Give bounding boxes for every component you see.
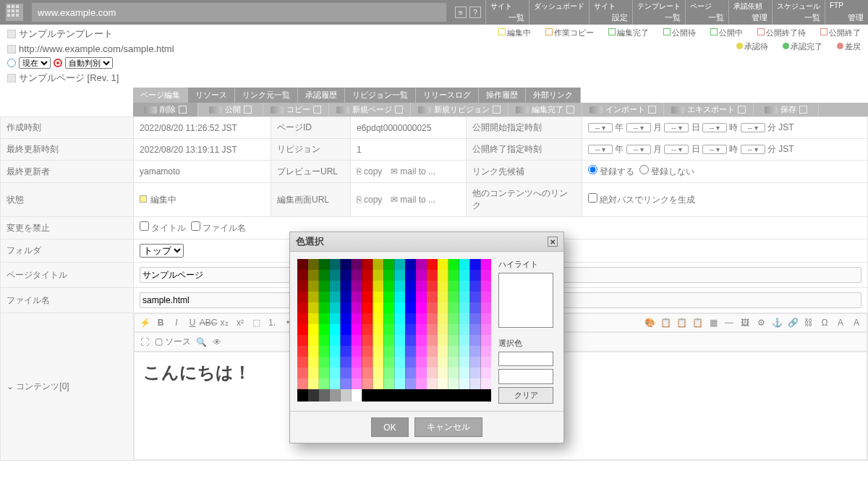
- page-url[interactable]: http://www.example.com/sample.html: [19, 43, 174, 54]
- contents-label[interactable]: ⌄ コンテンツ[0]: [1, 313, 134, 461]
- svg-rect-106: [362, 313, 373, 324]
- subscript-icon[interactable]: x₂: [218, 317, 230, 328]
- mailto-button[interactable]: ✉mail to ...: [391, 166, 435, 177]
- bold-icon[interactable]: B: [155, 317, 166, 328]
- svg-rect-194: [341, 368, 352, 378]
- action-コピー[interactable]: コピー: [263, 103, 329, 116]
- ok-button[interactable]: OK: [371, 417, 408, 437]
- link-icon[interactable]: 🔗: [787, 317, 799, 328]
- expand-icon[interactable]: ⛶: [139, 336, 150, 348]
- action-新規ページ[interactable]: 新規ページ: [329, 103, 411, 116]
- underline-icon[interactable]: U: [187, 317, 198, 328]
- top-tab-7[interactable]: FTP管理: [825, 0, 868, 25]
- paste-word-icon[interactable]: 📋: [692, 317, 703, 328]
- tab-2[interactable]: リンク元一覧: [235, 88, 298, 103]
- top-tab-1[interactable]: ダッシュボード: [529, 0, 589, 25]
- help-icon[interactable]: ?: [469, 7, 481, 18]
- svg-rect-116: [470, 313, 481, 324]
- top-tab-2[interactable]: サイト設定: [589, 0, 632, 25]
- image-icon[interactable]: 🖼: [739, 317, 751, 328]
- action-編集完了[interactable]: 編集完了: [509, 103, 582, 116]
- folder-select[interactable]: トップ: [140, 244, 184, 258]
- top-tab-6[interactable]: スケジュール一覧: [772, 0, 825, 25]
- svg-rect-201: [416, 368, 427, 378]
- action-保存[interactable]: 保存: [754, 103, 819, 116]
- symbol-icon[interactable]: Ω: [819, 317, 830, 328]
- svg-rect-99: [481, 302, 492, 313]
- table-icon[interactable]: ▦: [707, 317, 719, 328]
- bg-color-icon[interactable]: A: [851, 317, 862, 328]
- flash-icon[interactable]: ⚙: [755, 317, 767, 328]
- time-select[interactable]: 現在: [19, 57, 51, 69]
- tab-3[interactable]: 承認履歴: [298, 88, 345, 103]
- mailto-button[interactable]: ✉mail to ...: [391, 195, 435, 205]
- italic-icon[interactable]: I: [171, 317, 182, 328]
- list-ol-icon[interactable]: 1.: [266, 317, 278, 328]
- svg-rect-169: [459, 346, 470, 357]
- action-新規リビジョン[interactable]: 新規リビジョン: [411, 103, 509, 116]
- clear-button[interactable]: クリア: [498, 387, 553, 404]
- svg-rect-154: [297, 346, 308, 357]
- palette-icon[interactable]: 🎨: [644, 317, 655, 328]
- modal-titlebar[interactable]: 色選択 ✕: [290, 232, 563, 252]
- text-color-icon[interactable]: A: [835, 317, 846, 328]
- register-yes[interactable]: 登録する: [588, 166, 634, 177]
- svg-rect-202: [427, 368, 438, 378]
- svg-rect-78: [448, 292, 459, 302]
- find-icon[interactable]: 🔍: [195, 336, 207, 348]
- copy-button[interactable]: ⎘copy: [357, 195, 382, 205]
- svg-rect-135: [481, 324, 492, 335]
- action-インポート[interactable]: インポート: [582, 103, 664, 116]
- unlink-icon[interactable]: ⛓: [803, 317, 814, 328]
- svg-rect-137: [308, 335, 319, 346]
- preview-icon[interactable]: 👁: [211, 336, 223, 348]
- mode-select[interactable]: 自動判別: [65, 57, 113, 69]
- page-name: サンプルページ [Rev. 1]: [19, 72, 119, 85]
- action-エキスポート[interactable]: エキスポート: [664, 103, 754, 116]
- tab-7[interactable]: 外部リンク: [526, 88, 581, 103]
- top-tab-3[interactable]: テンプレート一覧: [632, 0, 685, 25]
- strike-icon[interactable]: ABC: [203, 317, 214, 328]
- lock-file-checkbox[interactable]: ファイル名: [191, 223, 246, 233]
- tab-0[interactable]: ページ編集: [133, 88, 188, 103]
- anchor-icon[interactable]: ⚓: [771, 317, 783, 328]
- svg-rect-168: [448, 346, 459, 357]
- source-button[interactable]: ▢ ソース: [155, 336, 191, 348]
- title-label: ページタイトル: [1, 263, 134, 288]
- cancel-button[interactable]: キャンセル: [414, 417, 482, 437]
- lock-title-checkbox[interactable]: タイトル: [140, 223, 186, 233]
- svg-rect-200: [405, 368, 416, 378]
- svg-rect-119: [308, 324, 319, 335]
- context-bar: サンプルテンプレート http://www.example.com/sample…: [0, 25, 868, 85]
- hr-icon[interactable]: —: [723, 317, 735, 328]
- tab-6[interactable]: 操作履歴: [479, 88, 526, 103]
- action-削除[interactable]: 削除: [133, 103, 198, 116]
- svg-rect-10: [297, 259, 308, 270]
- top-tab-4[interactable]: ページ一覧: [685, 0, 728, 25]
- top-tab-5[interactable]: 承認依頼管理: [728, 0, 772, 25]
- paste-plain-icon[interactable]: 📋: [676, 317, 687, 328]
- top-bar: www.example.com ≡ ? サイト一覧ダッシュボードサイト設定テンプ…: [0, 0, 868, 25]
- register-no[interactable]: 登録しない: [639, 166, 694, 177]
- object-icon[interactable]: ⬚: [250, 317, 262, 328]
- close-icon[interactable]: ✕: [548, 237, 558, 247]
- clock-icon: [7, 59, 16, 67]
- tab-4[interactable]: リビジョン一覧: [345, 88, 416, 103]
- svg-rect-211: [330, 378, 341, 389]
- svg-rect-42: [448, 270, 459, 281]
- top-tab-0[interactable]: サイト一覧: [485, 0, 529, 25]
- svg-rect-232: [362, 389, 373, 402]
- action-公開[interactable]: 公開: [198, 103, 263, 116]
- tab-1[interactable]: リソース: [188, 88, 235, 103]
- lightning-icon[interactable]: ⚡: [139, 317, 150, 328]
- abs-path-checkbox[interactable]: 絶対パスでリンクを生成: [588, 195, 695, 205]
- svg-rect-159: [352, 346, 362, 357]
- terminal-icon[interactable]: ≡: [455, 7, 467, 18]
- copy-button[interactable]: ⎘copy: [357, 166, 382, 177]
- color-palette[interactable]: [297, 259, 491, 402]
- tab-5[interactable]: リリースログ: [416, 88, 479, 103]
- paste-icon[interactable]: 📋: [660, 317, 671, 328]
- created-value: 2022/08/20 11:26:52 JST: [134, 117, 271, 139]
- color-hex-input[interactable]: [498, 369, 553, 384]
- superscript-icon[interactable]: x²: [234, 317, 246, 328]
